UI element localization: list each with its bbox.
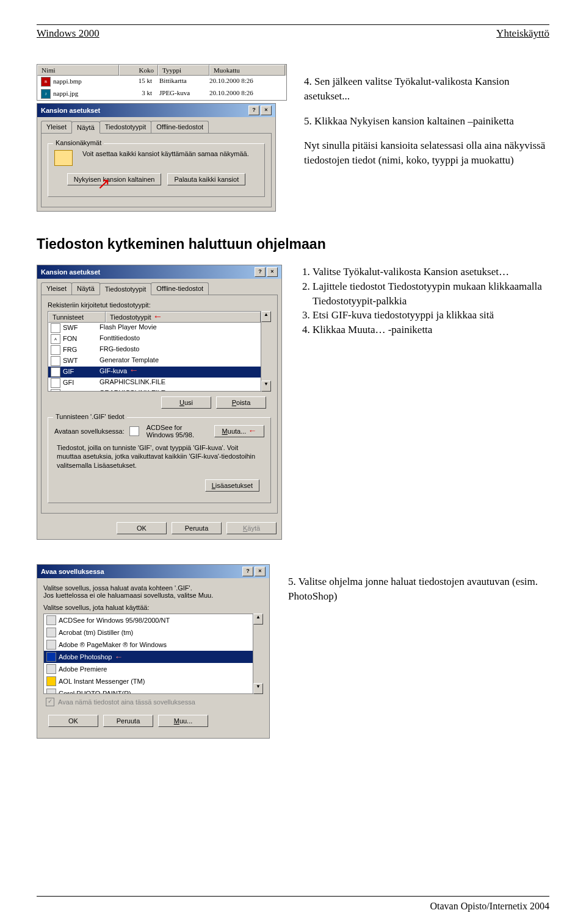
group-title: Kansionäkymät bbox=[53, 139, 104, 146]
help-icon[interactable]: ? bbox=[248, 106, 259, 115]
dlg3-text2: Jos luettelossa ei ole haluamaasi sovell… bbox=[43, 592, 263, 599]
advanced-button[interactable]: Lisäasetukset bbox=[205, 479, 259, 492]
arrow-icon: ↗ bbox=[97, 174, 110, 193]
app-icon bbox=[46, 628, 56, 637]
tab-tiedostotyypit[interactable]: Tiedostotyypit bbox=[99, 121, 151, 133]
info-text: Tiedostot, joilla on tunniste 'GIF', ova… bbox=[54, 439, 264, 475]
list-item: SWFFlash Player Movie bbox=[48, 323, 261, 334]
like-current-folder-button[interactable]: Nykyisen kansion kaltainen bbox=[67, 173, 162, 185]
col-type[interactable]: Tyyppi bbox=[158, 65, 209, 76]
app-icon bbox=[46, 640, 56, 650]
scroll-down-icon[interactable]: ▼ bbox=[261, 381, 271, 392]
tab-nayta[interactable]: Näytä bbox=[71, 121, 100, 134]
close-icon[interactable]: × bbox=[261, 106, 272, 115]
col-ext[interactable]: Tunnisteet bbox=[48, 312, 106, 323]
dlg3-text1: Valitse sovellus, jossa haluat avata koh… bbox=[43, 584, 263, 592]
instructions-3: 5. Valitse ohjelma jonne haluat tiedosto… bbox=[288, 564, 549, 614]
file-icon: A bbox=[51, 334, 60, 344]
scroll-down-icon[interactable]: ▼ bbox=[253, 683, 263, 694]
col-size[interactable]: Koko bbox=[119, 65, 158, 76]
list-item: AFONFonttitiedosto bbox=[48, 334, 261, 345]
reset-all-folders-button[interactable]: Palauta kaikki kansiot bbox=[167, 173, 245, 185]
list-item: Acrobat (tm) Distiller (tm) bbox=[44, 626, 253, 639]
open-with-app: ACDSee for Windows 95/98. bbox=[146, 424, 209, 439]
header-left: Windows 2000 bbox=[37, 27, 99, 40]
jpg-icon: J bbox=[41, 89, 51, 99]
app-icon bbox=[129, 426, 139, 436]
list-item: SWTGenerator Template bbox=[48, 356, 261, 367]
col-modified[interactable]: Muokattu bbox=[209, 65, 285, 76]
dialog-titlebar: Kansion asetukset ? × bbox=[37, 265, 281, 279]
list-item: FRGFRG-tiedosto bbox=[48, 345, 261, 356]
tab-nayta[interactable]: Näytä bbox=[71, 282, 100, 295]
cancel-button[interactable]: Peruuta bbox=[172, 522, 222, 534]
folder-options-dialog-1: Kansion asetukset ? × Yleiset Näytä Tied… bbox=[37, 103, 276, 212]
list-item: Adobe Premiere bbox=[44, 663, 253, 675]
app-icon bbox=[46, 689, 56, 694]
ext-details-title: Tunnisteen '.GIF' tiedot bbox=[53, 413, 127, 420]
folder-options-dialog-2: Kansion asetukset ? × Yleiset Näytä Tied… bbox=[37, 265, 282, 540]
delete-button[interactable]: Poista bbox=[216, 396, 266, 409]
file-icon bbox=[51, 356, 60, 366]
group-text: Voit asettaa kaikki kansiot käyttämään s… bbox=[82, 150, 249, 157]
close-icon[interactable]: × bbox=[267, 267, 278, 277]
page-footer: Otavan Opisto/Internetix 2004 bbox=[430, 901, 549, 912]
file-icon bbox=[51, 323, 60, 333]
apply-button[interactable]: Käytä bbox=[226, 522, 277, 534]
app-listbox[interactable]: ACDSee for Windows 95/98/2000/NT Acrobat… bbox=[43, 614, 253, 694]
list-item: Adobe ® PageMaker ® for Windows bbox=[44, 639, 253, 651]
header-right: Yhteiskäyttö bbox=[496, 27, 549, 40]
dialog-titlebar: Avaa sovelluksessa ? × bbox=[37, 565, 269, 578]
app-icon bbox=[46, 615, 56, 625]
other-button[interactable]: Muu... bbox=[158, 715, 208, 727]
arrow-icon: ← bbox=[248, 426, 256, 435]
file-icon bbox=[51, 378, 60, 388]
app-icon bbox=[46, 652, 56, 662]
cancel-button[interactable]: Peruuta bbox=[103, 715, 153, 727]
list-item: GIFGIF-kuva ← bbox=[48, 367, 261, 378]
list-item: Adobe Photoshop ← bbox=[44, 651, 253, 663]
file-row[interactable]: Jnappi.jpg 3 kt JPEG-kuva 20.10.2000 8:2… bbox=[37, 88, 286, 100]
list-item: ACDSee for Windows 95/98/2000/NT bbox=[44, 614, 253, 626]
change-button[interactable]: Muuta... ← bbox=[214, 425, 264, 437]
tab-offline[interactable]: Offline-tiedostot bbox=[151, 121, 209, 133]
bmp-icon: B bbox=[41, 77, 51, 87]
dialog-titlebar: Kansion asetukset ? × bbox=[37, 104, 275, 117]
instructions-1: 4. Sen jälkeen valitse Työkalut-valikost… bbox=[304, 64, 549, 212]
scrollbar[interactable]: ▲ ▼ bbox=[253, 614, 263, 694]
file-row[interactable]: Bnappi.bmp 15 kt Bittikartta 20.10.2000 … bbox=[37, 76, 286, 88]
page-header: Windows 2000 Yhteiskäyttö bbox=[37, 27, 549, 40]
file-icon bbox=[51, 345, 60, 355]
tab-offline[interactable]: Offline-tiedostot bbox=[151, 282, 209, 295]
scroll-up-icon[interactable]: ▲ bbox=[261, 311, 271, 322]
arrow-icon: ← bbox=[129, 365, 139, 375]
ok-button[interactable]: OK bbox=[117, 522, 167, 534]
folder-icon bbox=[54, 150, 73, 166]
tab-yleiset[interactable]: Yleiset bbox=[41, 282, 72, 295]
file-icon bbox=[51, 367, 60, 377]
file-list: Nimi Koko Tyyppi Muokattu Bnappi.bmp 15 … bbox=[37, 64, 287, 101]
instructions-2: Valitse Työkalut-valikosta Kansion asetu… bbox=[300, 265, 549, 337]
open-with-dialog: Avaa sovelluksessa ? × Valitse sovellus,… bbox=[37, 564, 270, 739]
section-heading: Tiedoston kytkeminen haluttuun ohjelmaan bbox=[37, 236, 549, 252]
dlg3-label: Valitse sovellus, jota haluat käyttää: bbox=[43, 604, 263, 611]
list-item: GFXGRAPHICSLINK.FILE bbox=[48, 389, 261, 392]
col-filetype[interactable]: Tiedostotyypit ← bbox=[106, 312, 261, 323]
scroll-up-icon[interactable]: ▲ bbox=[253, 614, 263, 625]
checkbox-label: Avaa nämä tiedostot aina tässä sovelluks… bbox=[58, 698, 195, 706]
help-icon[interactable]: ? bbox=[255, 267, 266, 277]
app-icon bbox=[46, 664, 56, 674]
help-icon[interactable]: ? bbox=[242, 567, 253, 576]
ok-button[interactable]: OK bbox=[48, 715, 98, 727]
list-item: Corel PHOTO-PAINT(R) bbox=[44, 687, 253, 694]
new-button[interactable]: UUusiusi bbox=[161, 396, 211, 409]
scrollbar[interactable]: ▲ ▼ bbox=[261, 311, 271, 392]
col-name[interactable]: Nimi bbox=[37, 65, 119, 76]
always-open-checkbox[interactable]: ✓ bbox=[46, 698, 54, 706]
open-with-label: Avataan sovelluksessa: bbox=[54, 428, 125, 435]
filetype-listbox[interactable]: Tunnisteet Tiedostotyypit ← SWFFlash Pla… bbox=[48, 311, 261, 392]
tab-tiedostotyypit[interactable]: Tiedostotyypit bbox=[99, 283, 151, 295]
registered-types-label: Rekisteriin kirjoitetut tiedostotyypit: bbox=[48, 301, 271, 309]
tab-yleiset[interactable]: Yleiset bbox=[41, 121, 72, 133]
close-icon[interactable]: × bbox=[255, 567, 266, 576]
